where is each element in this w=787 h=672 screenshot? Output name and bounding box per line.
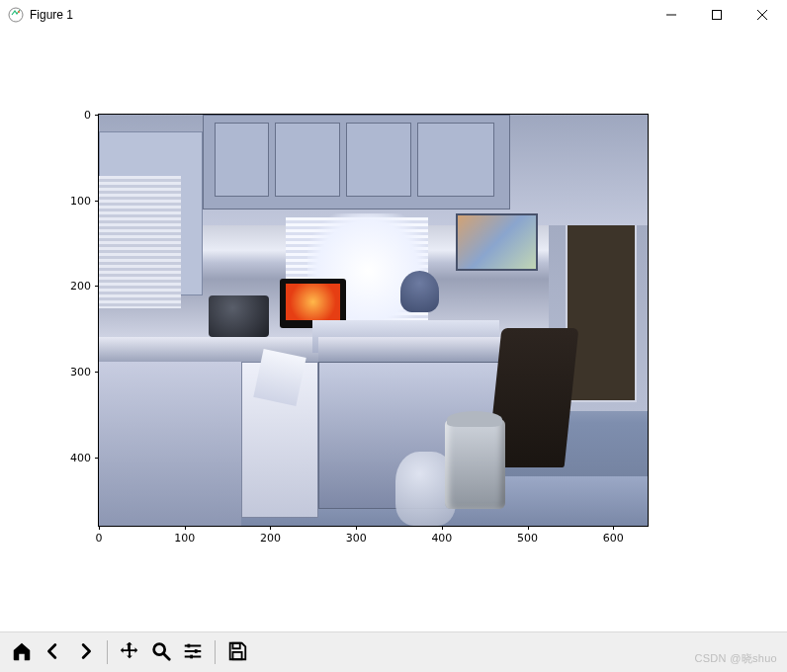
magnifier-icon <box>150 640 172 665</box>
window-titlebar: Figure 1 <box>0 0 787 30</box>
xtick-label: 600 <box>603 532 624 545</box>
save-button[interactable] <box>221 636 253 668</box>
pan-button[interactable] <box>114 636 145 668</box>
xtick-label: 0 <box>96 532 103 545</box>
window-title: Figure 1 <box>30 8 73 22</box>
xtick-label: 400 <box>431 532 452 545</box>
ytick-label: 300 <box>70 366 91 378</box>
arrow-left-icon <box>43 640 64 665</box>
image-axes: 0100200300400 0100200300400500600 <box>98 114 649 527</box>
back-button[interactable] <box>38 636 69 668</box>
matplotlib-toolbar: CSDN @晓shuo <box>0 631 787 672</box>
ytick-label: 400 <box>70 451 91 463</box>
zoom-button[interactable] <box>145 636 177 668</box>
configure-button[interactable] <box>177 636 209 668</box>
forward-button[interactable] <box>69 636 101 668</box>
svg-rect-4 <box>188 643 191 647</box>
toolbar-separator <box>215 640 216 664</box>
home-icon <box>11 640 33 665</box>
axes-image <box>99 115 648 526</box>
home-button[interactable] <box>6 636 38 668</box>
watermark-text: CSDN @晓shuo <box>694 651 777 666</box>
figure-canvas[interactable]: 0100200300400 0100200300400500600 <box>0 30 787 632</box>
move-icon <box>119 640 140 665</box>
svg-rect-8 <box>232 651 241 658</box>
close-button[interactable] <box>740 0 785 30</box>
app-icon <box>8 7 24 23</box>
ytick-label: 200 <box>70 280 91 293</box>
save-icon <box>226 640 248 665</box>
xtick-label: 500 <box>517 532 538 545</box>
toolbar-separator <box>107 640 108 664</box>
ytick-label: 0 <box>84 109 91 122</box>
xtick-label: 200 <box>260 532 281 545</box>
sliders-icon <box>182 640 204 665</box>
svg-rect-2 <box>713 11 722 20</box>
xtick-label: 100 <box>174 532 195 545</box>
maximize-button[interactable] <box>694 0 740 30</box>
ytick-label: 100 <box>70 194 91 207</box>
svg-point-0 <box>9 8 23 22</box>
svg-rect-7 <box>232 642 239 648</box>
arrow-right-icon <box>74 640 96 665</box>
svg-rect-5 <box>195 649 198 653</box>
svg-rect-6 <box>190 654 193 658</box>
svg-point-1 <box>18 11 20 13</box>
minimize-button[interactable] <box>649 0 694 30</box>
xtick-label: 300 <box>346 532 367 545</box>
